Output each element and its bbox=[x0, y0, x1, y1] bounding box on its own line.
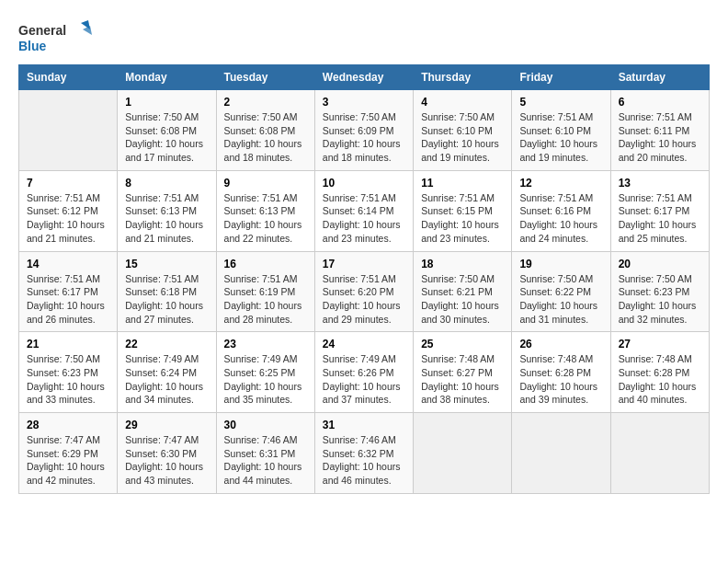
calendar-cell: 28Sunrise: 7:47 AMSunset: 6:29 PMDayligh… bbox=[19, 413, 118, 494]
calendar-cell: 20Sunrise: 7:50 AMSunset: 6:23 PMDayligh… bbox=[610, 251, 709, 332]
calendar-week-3: 14Sunrise: 7:51 AMSunset: 6:17 PMDayligh… bbox=[19, 251, 710, 332]
day-number: 10 bbox=[323, 177, 405, 190]
svg-marker-3 bbox=[83, 26, 92, 35]
day-number: 18 bbox=[421, 258, 504, 270]
calendar-header-row: SundayMondayTuesdayWednesdayThursdayFrid… bbox=[19, 65, 710, 90]
calendar-week-4: 21Sunrise: 7:50 AMSunset: 6:23 PMDayligh… bbox=[19, 332, 710, 413]
column-header-tuesday: Tuesday bbox=[216, 65, 314, 90]
calendar-week-2: 7Sunrise: 7:51 AMSunset: 6:12 PMDaylight… bbox=[19, 170, 710, 251]
day-info: Sunrise: 7:51 AMSunset: 6:18 PMDaylight:… bbox=[125, 272, 208, 327]
day-info: Sunrise: 7:51 AMSunset: 6:15 PMDaylight:… bbox=[421, 191, 504, 246]
calendar-cell: 6Sunrise: 7:51 AMSunset: 6:11 PMDaylight… bbox=[610, 90, 709, 171]
day-number: 5 bbox=[519, 96, 602, 109]
calendar-cell: 22Sunrise: 7:49 AMSunset: 6:24 PMDayligh… bbox=[118, 332, 216, 413]
logo-svg: General Blue bbox=[18, 18, 92, 55]
calendar-cell: 30Sunrise: 7:46 AMSunset: 6:31 PMDayligh… bbox=[216, 413, 314, 494]
column-header-thursday: Thursday bbox=[414, 65, 512, 90]
day-number: 29 bbox=[125, 419, 208, 431]
day-info: Sunrise: 7:51 AMSunset: 6:17 PMDaylight:… bbox=[27, 272, 109, 327]
day-info: Sunrise: 7:51 AMSunset: 6:14 PMDaylight:… bbox=[323, 191, 405, 246]
calendar-cell bbox=[414, 413, 512, 494]
day-info: Sunrise: 7:51 AMSunset: 6:13 PMDaylight:… bbox=[125, 191, 208, 246]
day-number: 7 bbox=[27, 177, 109, 190]
day-info: Sunrise: 7:48 AMSunset: 6:27 PMDaylight:… bbox=[421, 352, 504, 407]
calendar-cell: 26Sunrise: 7:48 AMSunset: 6:28 PMDayligh… bbox=[512, 332, 610, 413]
calendar-cell: 11Sunrise: 7:51 AMSunset: 6:15 PMDayligh… bbox=[414, 170, 512, 251]
calendar-cell: 14Sunrise: 7:51 AMSunset: 6:17 PMDayligh… bbox=[19, 251, 118, 332]
day-info: Sunrise: 7:49 AMSunset: 6:25 PMDaylight:… bbox=[224, 352, 307, 407]
day-number: 28 bbox=[27, 419, 109, 431]
day-info: Sunrise: 7:46 AMSunset: 6:32 PMDaylight:… bbox=[323, 433, 405, 488]
column-header-saturday: Saturday bbox=[610, 65, 709, 90]
day-number: 22 bbox=[125, 338, 208, 350]
day-info: Sunrise: 7:47 AMSunset: 6:29 PMDaylight:… bbox=[27, 433, 109, 488]
day-info: Sunrise: 7:50 AMSunset: 6:23 PMDaylight:… bbox=[27, 352, 109, 407]
day-number: 26 bbox=[519, 338, 602, 350]
day-number: 13 bbox=[619, 177, 701, 190]
day-info: Sunrise: 7:48 AMSunset: 6:28 PMDaylight:… bbox=[619, 352, 701, 407]
day-number: 21 bbox=[27, 338, 109, 350]
day-number: 14 bbox=[27, 258, 109, 270]
day-info: Sunrise: 7:49 AMSunset: 6:24 PMDaylight:… bbox=[125, 352, 208, 407]
svg-text:Blue: Blue bbox=[18, 39, 47, 53]
calendar-cell: 19Sunrise: 7:50 AMSunset: 6:22 PMDayligh… bbox=[512, 251, 610, 332]
day-info: Sunrise: 7:51 AMSunset: 6:17 PMDaylight:… bbox=[619, 191, 701, 246]
calendar-cell: 9Sunrise: 7:51 AMSunset: 6:13 PMDaylight… bbox=[216, 170, 314, 251]
day-info: Sunrise: 7:47 AMSunset: 6:30 PMDaylight:… bbox=[125, 433, 208, 488]
day-number: 24 bbox=[323, 338, 405, 350]
day-info: Sunrise: 7:51 AMSunset: 6:16 PMDaylight:… bbox=[519, 191, 602, 246]
calendar-week-5: 28Sunrise: 7:47 AMSunset: 6:29 PMDayligh… bbox=[19, 413, 710, 494]
column-header-friday: Friday bbox=[512, 65, 610, 90]
day-number: 9 bbox=[224, 177, 307, 190]
day-number: 17 bbox=[323, 258, 405, 270]
calendar-cell bbox=[610, 413, 709, 494]
day-info: Sunrise: 7:49 AMSunset: 6:26 PMDaylight:… bbox=[323, 352, 405, 407]
day-info: Sunrise: 7:51 AMSunset: 6:11 PMDaylight:… bbox=[619, 110, 701, 165]
day-number: 12 bbox=[519, 177, 602, 190]
day-number: 15 bbox=[125, 258, 208, 270]
day-number: 8 bbox=[125, 177, 208, 190]
day-info: Sunrise: 7:50 AMSunset: 6:08 PMDaylight:… bbox=[224, 110, 307, 165]
day-number: 4 bbox=[421, 96, 504, 109]
calendar-cell: 4Sunrise: 7:50 AMSunset: 6:10 PMDaylight… bbox=[414, 90, 512, 171]
day-info: Sunrise: 7:50 AMSunset: 6:09 PMDaylight:… bbox=[323, 110, 405, 165]
day-number: 16 bbox=[224, 258, 307, 270]
calendar-cell: 21Sunrise: 7:50 AMSunset: 6:23 PMDayligh… bbox=[19, 332, 118, 413]
day-info: Sunrise: 7:50 AMSunset: 6:22 PMDaylight:… bbox=[519, 272, 602, 327]
day-number: 25 bbox=[421, 338, 504, 350]
calendar-cell: 27Sunrise: 7:48 AMSunset: 6:28 PMDayligh… bbox=[610, 332, 709, 413]
day-number: 30 bbox=[224, 419, 307, 431]
column-header-wednesday: Wednesday bbox=[314, 65, 413, 90]
day-number: 27 bbox=[619, 338, 701, 350]
calendar-cell: 29Sunrise: 7:47 AMSunset: 6:30 PMDayligh… bbox=[118, 413, 216, 494]
calendar-cell: 1Sunrise: 7:50 AMSunset: 6:08 PMDaylight… bbox=[118, 90, 216, 171]
calendar-cell: 13Sunrise: 7:51 AMSunset: 6:17 PMDayligh… bbox=[610, 170, 709, 251]
page-header: General Blue bbox=[18, 18, 710, 55]
day-info: Sunrise: 7:50 AMSunset: 6:10 PMDaylight:… bbox=[421, 110, 504, 165]
day-number: 2 bbox=[224, 96, 307, 109]
calendar-cell bbox=[512, 413, 610, 494]
calendar-cell: 31Sunrise: 7:46 AMSunset: 6:32 PMDayligh… bbox=[314, 413, 413, 494]
day-number: 19 bbox=[519, 258, 602, 270]
column-header-monday: Monday bbox=[118, 65, 216, 90]
day-info: Sunrise: 7:48 AMSunset: 6:28 PMDaylight:… bbox=[519, 352, 602, 407]
day-number: 6 bbox=[619, 96, 701, 109]
calendar-cell: 24Sunrise: 7:49 AMSunset: 6:26 PMDayligh… bbox=[314, 332, 413, 413]
day-number: 11 bbox=[421, 177, 504, 190]
calendar-cell: 7Sunrise: 7:51 AMSunset: 6:12 PMDaylight… bbox=[19, 170, 118, 251]
day-info: Sunrise: 7:51 AMSunset: 6:13 PMDaylight:… bbox=[224, 191, 307, 246]
day-number: 1 bbox=[125, 96, 208, 109]
day-info: Sunrise: 7:51 AMSunset: 6:20 PMDaylight:… bbox=[323, 272, 405, 327]
calendar-cell: 18Sunrise: 7:50 AMSunset: 6:21 PMDayligh… bbox=[414, 251, 512, 332]
calendar-cell bbox=[19, 90, 118, 171]
calendar-cell: 12Sunrise: 7:51 AMSunset: 6:16 PMDayligh… bbox=[512, 170, 610, 251]
day-info: Sunrise: 7:51 AMSunset: 6:12 PMDaylight:… bbox=[27, 191, 109, 246]
day-number: 20 bbox=[619, 258, 701, 270]
svg-text:General: General bbox=[18, 23, 66, 38]
calendar-cell: 16Sunrise: 7:51 AMSunset: 6:19 PMDayligh… bbox=[216, 251, 314, 332]
logo: General Blue bbox=[18, 18, 92, 55]
calendar-cell: 25Sunrise: 7:48 AMSunset: 6:27 PMDayligh… bbox=[414, 332, 512, 413]
day-info: Sunrise: 7:46 AMSunset: 6:31 PMDaylight:… bbox=[224, 433, 307, 488]
calendar-cell: 17Sunrise: 7:51 AMSunset: 6:20 PMDayligh… bbox=[314, 251, 413, 332]
calendar-table: SundayMondayTuesdayWednesdayThursdayFrid… bbox=[18, 64, 710, 494]
